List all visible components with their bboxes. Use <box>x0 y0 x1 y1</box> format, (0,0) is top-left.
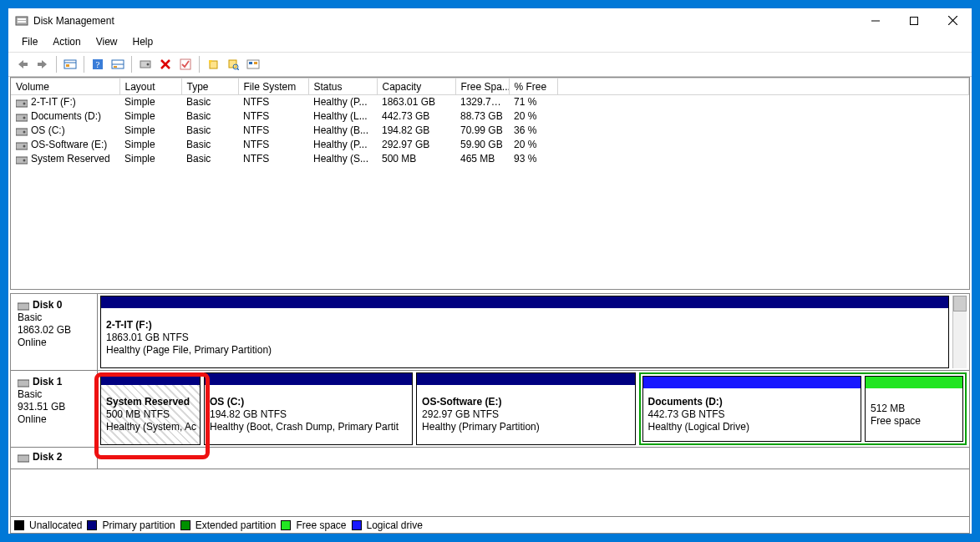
minimize-button[interactable] <box>856 8 895 33</box>
menu-action[interactable]: Action <box>46 34 87 49</box>
extended-partition[interactable]: Documents (D:) 442.73 GB NTFS Healthy (L… <box>639 372 967 445</box>
disk-1-label[interactable]: Disk 1 Basic 931.51 GB Online <box>11 371 98 447</box>
disk-management-window: Disk Management File Action View Help ? <box>8 8 972 534</box>
checkmark-icon[interactable] <box>176 55 195 73</box>
svg-rect-2 <box>18 21 26 23</box>
partition-documents-d[interactable]: Documents (D:) 442.73 GB NTFS Healthy (L… <box>642 376 861 442</box>
svg-rect-38 <box>16 143 28 149</box>
legend-extended: Extended partition <box>195 519 277 531</box>
volume-list-pane[interactable]: Volume Layout Type File System Status Ca… <box>10 77 970 290</box>
scrollbar-up[interactable] <box>952 296 967 368</box>
menu-view[interactable]: View <box>89 34 124 49</box>
svg-point-41 <box>23 159 26 161</box>
svg-line-28 <box>237 68 239 70</box>
disk-row-0: Disk 0 Basic 1863.02 GB Online 2-T-IT (F… <box>11 294 969 371</box>
disk-2-label[interactable]: Disk 2 <box>11 448 98 469</box>
legend-logical: Logical drive <box>367 519 423 531</box>
delete-button[interactable] <box>156 55 175 73</box>
col-freespace[interactable]: Free Spa... <box>455 79 509 95</box>
window-title: Disk Management <box>33 15 114 27</box>
table-row[interactable]: OS (C:)SimpleBasicNTFSHealthy (B...194.8… <box>11 124 969 138</box>
help-button[interactable]: ? <box>89 55 107 73</box>
toolbar-search-icon[interactable] <box>224 55 242 73</box>
svg-rect-42 <box>18 303 29 310</box>
svg-point-20 <box>147 63 150 66</box>
disk-icon <box>18 453 29 462</box>
disk-icon <box>18 301 29 310</box>
close-button[interactable] <box>933 8 972 33</box>
col-type[interactable]: Type <box>181 79 238 95</box>
toolbar-settings-icon[interactable] <box>61 55 79 73</box>
table-row[interactable]: OS-Software (E:)SimpleBasicNTFSHealthy (… <box>11 138 969 152</box>
disk-icon <box>18 378 29 387</box>
menubar: File Action View Help <box>8 33 972 50</box>
disk-row-2: Disk 2 <box>11 448 969 469</box>
toolbar-volume-list-icon[interactable] <box>244 55 262 73</box>
menu-file[interactable]: File <box>15 34 44 49</box>
svg-rect-36 <box>16 129 28 135</box>
legend-swatch-logical <box>352 520 362 530</box>
svg-rect-1 <box>18 18 26 20</box>
col-volume[interactable]: Volume <box>11 79 119 95</box>
svg-text:?: ? <box>96 59 100 69</box>
svg-rect-26 <box>229 60 236 68</box>
col-blank[interactable] <box>557 79 969 95</box>
svg-rect-31 <box>254 62 257 64</box>
table-row[interactable]: Documents (D:)SimpleBasicNTFSHealthy (L.… <box>11 109 969 124</box>
forward-button[interactable] <box>33 55 52 73</box>
back-button[interactable] <box>13 55 32 73</box>
svg-rect-34 <box>16 114 28 121</box>
col-capacity[interactable]: Capacity <box>377 79 455 95</box>
svg-rect-43 <box>18 380 29 387</box>
toolbar-disk-icon[interactable] <box>136 55 155 73</box>
legend: Unallocated Primary partition Extended p… <box>11 516 969 533</box>
svg-point-33 <box>23 103 26 105</box>
maximize-button[interactable] <box>895 8 933 33</box>
col-status[interactable]: Status <box>308 79 377 95</box>
disk-0-label[interactable]: Disk 0 Basic 1863.02 GB Online <box>11 294 98 370</box>
legend-unallocated: Unallocated <box>29 519 82 531</box>
partition-os-c[interactable]: OS (C:) 194.82 GB NTFS Healthy (Boot, Cr… <box>204 372 413 445</box>
svg-point-35 <box>23 116 26 119</box>
toolbar-panel-icon[interactable] <box>109 55 127 73</box>
svg-rect-23 <box>180 59 190 69</box>
column-header-row: Volume Layout Type File System Status Ca… <box>11 79 969 95</box>
svg-rect-44 <box>18 455 29 462</box>
legend-swatch-primary <box>87 520 97 530</box>
partition-system-reserved[interactable]: System Reserved 500 MB NTFS Healthy (Sys… <box>100 372 201 445</box>
svg-rect-40 <box>16 157 28 164</box>
svg-point-37 <box>23 130 26 133</box>
partition-free-space[interactable]: 512 MB Free space <box>865 376 963 442</box>
table-row[interactable]: 2-T-IT (F:)SimpleBasicNTFSHealthy (P...1… <box>11 95 969 109</box>
titlebar[interactable]: Disk Management <box>8 8 972 33</box>
disk-graphical-pane[interactable]: Disk 0 Basic 1863.02 GB Online 2-T-IT (F… <box>10 293 970 534</box>
menu-help[interactable]: Help <box>126 34 160 49</box>
volume-table: Volume Layout Type File System Status Ca… <box>11 78 969 166</box>
app-icon <box>15 14 28 28</box>
svg-rect-4 <box>911 17 918 24</box>
svg-rect-10 <box>38 63 43 66</box>
legend-freespace: Free space <box>296 519 346 531</box>
svg-rect-18 <box>114 66 117 68</box>
svg-rect-30 <box>249 62 252 64</box>
svg-rect-32 <box>16 100 28 107</box>
toolbar: ? <box>8 53 972 76</box>
svg-rect-13 <box>66 64 69 67</box>
legend-primary: Primary partition <box>102 519 175 531</box>
col-fs[interactable]: File System <box>238 79 308 95</box>
col-pctfree[interactable]: % Free <box>509 79 557 95</box>
table-row[interactable]: System ReservedSimpleBasicNTFSHealthy (S… <box>11 152 969 166</box>
toolbar-new-icon[interactable] <box>204 55 222 73</box>
col-layout[interactable]: Layout <box>119 79 181 95</box>
partition-os-software-e[interactable]: OS-Software (E:) 292.97 GB NTFS Healthy … <box>416 372 635 445</box>
disk-row-1: Disk 1 Basic 931.51 GB Online System Res… <box>11 371 969 448</box>
svg-rect-8 <box>23 63 28 66</box>
legend-swatch-unallocated <box>14 520 24 530</box>
legend-swatch-freespace <box>281 520 291 530</box>
partition-d0-2tit[interactable]: 2-T-IT (F:) 1863.01 GB NTFS Healthy (Pag… <box>100 296 949 368</box>
svg-point-39 <box>23 144 26 147</box>
legend-swatch-extended <box>180 520 190 530</box>
